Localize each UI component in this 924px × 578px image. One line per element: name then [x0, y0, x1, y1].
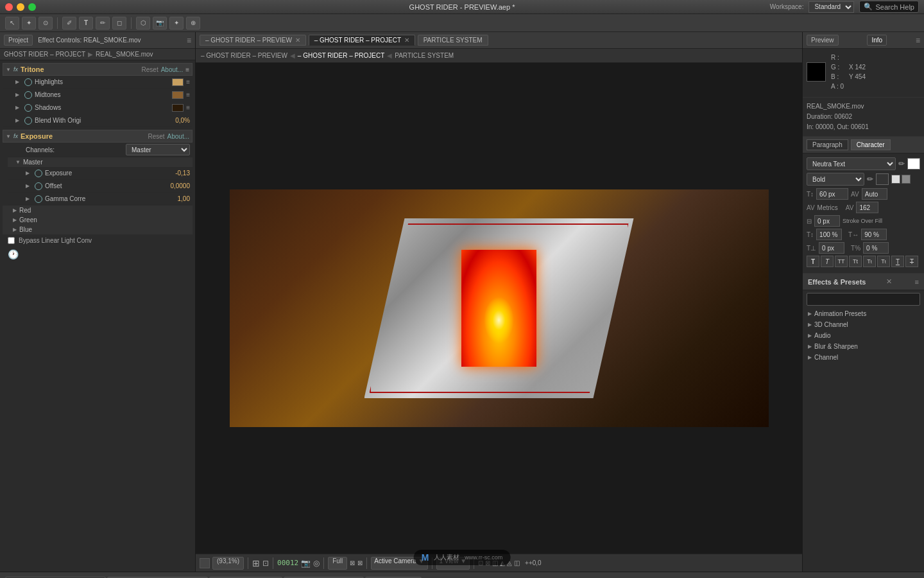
minimize-button[interactable] — [17, 3, 24, 11]
tool-camera[interactable]: 📷 — [153, 17, 167, 30]
tool-eraser[interactable]: ◻ — [112, 17, 126, 30]
comp-tab-project[interactable]: – GHOST RIDER – PROJECT ✕ — [309, 35, 415, 46]
color-swatch-main[interactable] — [807, 62, 826, 82]
comp-close-project[interactable]: ✕ — [404, 37, 409, 44]
master-group-header[interactable]: ▼ Master — [8, 157, 193, 167]
viewer-timecode[interactable]: 00012 — [277, 559, 298, 567]
tool-brush[interactable]: ✏ — [96, 17, 110, 30]
exposure-reset-btn[interactable]: Reset — [148, 133, 164, 140]
comp-close-preview[interactable]: ✕ — [295, 37, 300, 44]
effects-cat-blur[interactable]: ▶ Blur & Sharpen — [803, 341, 924, 352]
style-select[interactable]: Bold — [807, 173, 864, 186]
channels-select[interactable]: Master — [126, 144, 190, 155]
effect-tritone-header[interactable]: ▼ fx Tritone Reset About... ≡ — [3, 63, 193, 76]
view-icon-6[interactable]: ◫ — [514, 559, 520, 566]
workspace-select[interactable]: Standard — [809, 1, 854, 13]
stroke-swatch[interactable] — [876, 173, 889, 185]
shadows-menu[interactable]: ≡ — [186, 104, 190, 111]
highlights-menu[interactable]: ≡ — [186, 78, 190, 85]
tritone-reset-btn[interactable]: Reset — [142, 66, 158, 73]
toggle2-icon[interactable]: ⊠ — [357, 559, 363, 566]
view-dropdown[interactable]: 1 View ▼ — [436, 557, 470, 570]
exposure-about-btn[interactable]: About... — [167, 133, 189, 140]
offset-value[interactable]: 0,0000 — [164, 182, 190, 189]
tool-puppet[interactable]: ⊕ — [186, 17, 200, 30]
effects-cat-animation[interactable]: ▶ Animation Presets — [803, 308, 924, 319]
tool-light[interactable]: ✦ — [169, 17, 184, 30]
tool-orbit[interactable]: ⊙ — [38, 17, 53, 30]
camera-dropdown[interactable]: Active Camera ▼ — [371, 557, 427, 570]
pencil-icon-2[interactable]: ✏ — [867, 175, 873, 184]
super-btn[interactable]: Tt — [863, 256, 876, 267]
pencil-icon[interactable]: ✏ — [898, 159, 905, 168]
horiz-scale-input[interactable] — [861, 229, 887, 240]
tracking-input[interactable] — [856, 202, 878, 213]
left-panel-resize-handle[interactable] — [193, 32, 195, 572]
bypass-checkbox[interactable] — [8, 237, 15, 244]
effects-close-btn[interactable]: ✕ — [886, 277, 892, 286]
comp-tab-preview[interactable]: – GHOST RIDER – PREVIEW ✕ — [200, 35, 306, 46]
italic-btn[interactable]: T — [821, 256, 834, 267]
view-icon-5[interactable]: ◬ — [507, 559, 512, 566]
small-caps-btn[interactable]: Tt — [849, 256, 862, 267]
view-icon-2[interactable]: ⊠ — [485, 559, 490, 566]
view-icon-3[interactable]: ◫ — [492, 559, 498, 566]
effects-menu-btn[interactable]: ≡ — [915, 278, 919, 286]
clock-icon[interactable]: 🕐 — [8, 249, 19, 259]
fill-box[interactable] — [891, 175, 900, 184]
all-caps-btn[interactable]: TT — [835, 256, 848, 267]
fit-to-comp-icon[interactable]: ⊞ — [252, 558, 260, 568]
stroke-box[interactable] — [902, 175, 911, 184]
view-icon-1[interactable]: ⊡ — [478, 559, 483, 566]
view-icon-4[interactable]: ◭ — [500, 559, 505, 566]
effects-cat-channel[interactable]: ▶ Channel — [803, 352, 924, 363]
tool-arrow[interactable]: ↖ — [5, 17, 19, 30]
font-size-input[interactable] — [816, 188, 848, 200]
comp-tab-particle[interactable]: PARTICLE SYSTEM — [418, 35, 488, 46]
baseline-input[interactable] — [819, 242, 844, 254]
effect-exposure-header[interactable]: ▼ fx Exposure Reset About... — [3, 130, 193, 143]
snapshot-icon[interactable]: ◎ — [313, 559, 320, 568]
bold-btn[interactable]: T — [807, 256, 819, 267]
close-button[interactable] — [5, 3, 13, 11]
tritone-about-btn[interactable]: About... — [161, 66, 183, 73]
tool-shape[interactable]: ⬡ — [136, 17, 150, 30]
tool-pen[interactable]: ✐ — [62, 17, 76, 30]
tool-select[interactable]: ✦ — [22, 17, 36, 30]
effects-cat-3d[interactable]: ▶ 3D Channel — [803, 319, 924, 330]
highlights-swatch[interactable] — [172, 78, 184, 86]
tab-preview[interactable]: Preview — [807, 35, 839, 46]
quality-btn[interactable]: Full — [328, 557, 347, 570]
kerning-input[interactable] — [862, 188, 887, 200]
shadows-swatch[interactable] — [172, 104, 184, 112]
red-group[interactable]: ▶ Red — [3, 206, 193, 215]
effects-cat-audio[interactable]: ▶ Audio — [803, 330, 924, 341]
tab-project[interactable]: Project — [4, 35, 33, 46]
green-group[interactable]: ▶ Green — [3, 215, 193, 225]
maximize-button[interactable] — [28, 3, 36, 11]
font-select[interactable]: Neutra Text — [807, 157, 896, 170]
toggle-pixel-icon[interactable]: ⊡ — [262, 559, 269, 568]
search-help[interactable]: 🔍 Search Help — [859, 1, 919, 13]
tab-paragraph[interactable]: Paragraph — [807, 139, 848, 150]
blend-value[interactable]: 0,0% — [164, 117, 190, 124]
right-panel-menu[interactable]: ≡ — [916, 36, 920, 45]
vert-scale-input[interactable] — [816, 229, 842, 240]
tab-info[interactable]: Info — [867, 35, 887, 46]
zoom-control[interactable]: (93,1%) — [212, 557, 244, 570]
strikethrough-btn[interactable]: T — [905, 256, 918, 267]
midtones-menu[interactable]: ≡ — [186, 91, 190, 98]
exposure-prop-value[interactable]: -0,13 — [164, 170, 190, 177]
midtones-swatch[interactable] — [172, 91, 184, 99]
font-color-swatch[interactable] — [907, 158, 920, 170]
stroke-size-input[interactable] — [814, 215, 840, 227]
tsume-input[interactable] — [863, 242, 889, 254]
tab-character[interactable]: Character — [851, 139, 891, 150]
effects-search-input[interactable] — [807, 293, 920, 306]
tritone-menu-icon[interactable]: ≡ — [185, 66, 189, 73]
panel-menu-icon[interactable]: ≡ — [187, 36, 191, 45]
gamma-value[interactable]: 1,00 — [164, 195, 190, 202]
toggle1-icon[interactable]: ⊠ — [350, 559, 355, 566]
blue-group[interactable]: ▶ Blue — [3, 225, 193, 234]
underline-btn[interactable]: T — [891, 256, 904, 267]
